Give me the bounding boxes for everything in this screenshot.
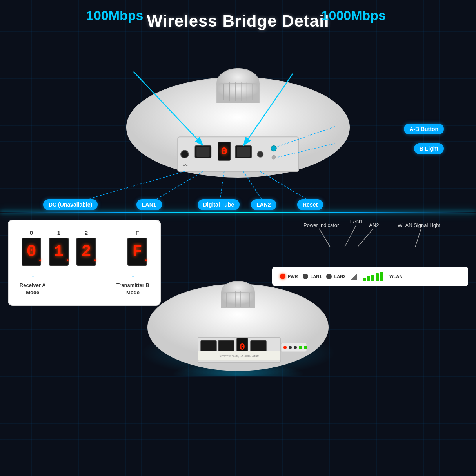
- svg-text:LAN1: LAN1: [350, 218, 363, 224]
- svg-line-35: [415, 229, 421, 247]
- svg-point-1: [217, 69, 259, 98]
- wlan-bars: [363, 272, 383, 281]
- digit-0: 0 0: [22, 229, 41, 266]
- svg-rect-60: [198, 351, 280, 361]
- svg-line-23: [154, 171, 203, 200]
- mode-receiver: ↑ Receiver A Mode: [15, 273, 51, 296]
- svg-rect-2: [217, 83, 259, 102]
- seven-seg-1: 1: [49, 238, 69, 266]
- seven-seg-2: 2: [76, 238, 96, 266]
- svg-point-58: [299, 346, 302, 349]
- label-b-light: B Light: [414, 143, 444, 154]
- svg-point-39: [148, 284, 328, 371]
- wlan-bar-5: [380, 272, 383, 281]
- svg-rect-15: [235, 146, 251, 158]
- digit-display-panel: 0 0 1 1 2 2 F F ↑ Receiver A Mode ↑ Tran…: [8, 220, 161, 306]
- svg-line-31: [319, 229, 330, 247]
- svg-line-29: [345, 225, 356, 247]
- digit-1-label: 1: [57, 229, 60, 236]
- label-reset: Reset: [297, 199, 323, 210]
- svg-line-25: [243, 171, 262, 200]
- svg-point-57: [294, 346, 297, 349]
- svg-point-38: [144, 349, 332, 376]
- arrow-receiver: ↑: [15, 273, 51, 282]
- svg-text:0: 0: [240, 342, 245, 352]
- svg-rect-13: [218, 142, 230, 160]
- digit-2: 2 2: [76, 229, 96, 266]
- svg-point-56: [289, 346, 292, 349]
- digit-1: 1 1: [49, 229, 69, 266]
- wlan-label: WLAN: [389, 274, 402, 279]
- svg-rect-49: [201, 340, 216, 352]
- label-dc: DC (Unavailable): [43, 199, 98, 210]
- svg-point-59: [304, 346, 307, 349]
- cyan-glow: [140, 329, 336, 376]
- svg-point-55: [283, 346, 287, 349]
- svg-text:WLAN Signal Light: WLAN Signal Light: [398, 222, 440, 228]
- svg-marker-37: [351, 273, 357, 280]
- svg-rect-41: [222, 292, 254, 308]
- wlan-bar-1: [363, 278, 366, 281]
- label-digital-tube: Digital Tube: [198, 199, 240, 210]
- label-ab-button: A-B Button: [404, 124, 444, 134]
- wlan-bar-3: [371, 275, 374, 281]
- wlan-bar-2: [367, 276, 370, 281]
- digit-0-label: 0: [30, 229, 33, 236]
- svg-text:0: 0: [221, 145, 227, 158]
- svg-rect-16: [237, 147, 250, 157]
- digit-f-label: F: [135, 229, 139, 236]
- svg-text:Power Indicator: Power Indicator: [303, 222, 339, 228]
- seven-seg-0: 0: [22, 238, 41, 266]
- svg-rect-53: [251, 340, 266, 352]
- top-device-section: 0 DC: [0, 27, 476, 216]
- svg-point-40: [222, 281, 254, 303]
- svg-point-0: [127, 77, 349, 177]
- page-title: Wireless Bridge Detail: [0, 0, 476, 31]
- svg-rect-54: [281, 343, 307, 352]
- svg-point-19: [272, 155, 276, 159]
- svg-rect-9: [178, 137, 299, 171]
- signal-arrow: [350, 273, 358, 280]
- svg-line-27: [278, 127, 335, 147]
- svg-text:XFREE1200Mbps 5.8GHz 4T4R: XFREE1200Mbps 5.8GHz 4T4R: [220, 355, 259, 358]
- svg-rect-11: [195, 146, 211, 158]
- digit-row: 0 0 1 1 2 2 F F: [22, 229, 147, 266]
- mode-labels: ↑ Receiver A Mode ↑ Transmitter B Mode: [15, 273, 154, 296]
- label-lan2: LAN2: [251, 199, 276, 210]
- digit-2-label: 2: [85, 229, 88, 236]
- svg-text:DC: DC: [183, 163, 188, 167]
- svg-rect-12: [196, 147, 209, 157]
- speed-label-right: 1000Mbps: [322, 8, 386, 23]
- svg-rect-51: [237, 338, 248, 355]
- wlan-bar-4: [376, 273, 379, 281]
- svg-line-28: [278, 144, 335, 157]
- svg-line-26: [260, 171, 308, 200]
- svg-line-22: [84, 171, 185, 200]
- bottom-device: 0 XFREE1200Mbps 5.8GHz 4T4R: [140, 251, 336, 376]
- svg-line-24: [220, 171, 224, 200]
- svg-text:LAN2: LAN2: [366, 222, 379, 228]
- svg-rect-50: [218, 340, 234, 352]
- svg-point-17: [257, 151, 263, 157]
- svg-point-18: [271, 146, 276, 151]
- speed-label-left: 100Mbps: [86, 8, 144, 23]
- svg-line-33: [358, 229, 373, 247]
- label-lan1: LAN1: [136, 199, 162, 210]
- svg-rect-48: [198, 337, 280, 363]
- svg-point-10: [181, 150, 189, 158]
